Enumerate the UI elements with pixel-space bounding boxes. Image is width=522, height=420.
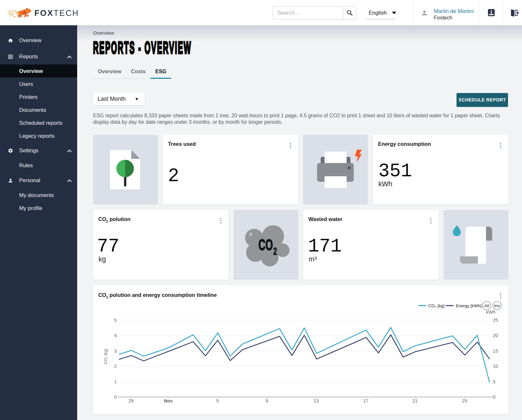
- svg-text:2: 2: [114, 364, 117, 369]
- svg-text:Nov: Nov: [164, 398, 172, 403]
- svg-text:9: 9: [266, 398, 268, 403]
- svg-text:Energy [kWh]: Energy [kWh]: [456, 303, 481, 308]
- svg-text:CO: CO: [258, 236, 273, 253]
- svg-text:4: 4: [114, 333, 117, 338]
- svg-text:17: 17: [363, 398, 368, 403]
- svg-text:Inv: Inv: [494, 303, 500, 308]
- svg-text:CO₂ [kg]: CO₂ [kg]: [428, 303, 445, 308]
- svg-text:5: 5: [493, 379, 495, 384]
- svg-text:0: 0: [114, 394, 117, 400]
- svg-text:2: 2: [273, 245, 277, 257]
- svg-text:5: 5: [114, 318, 117, 323]
- svg-text:3: 3: [114, 348, 117, 354]
- svg-text:15: 15: [493, 348, 498, 354]
- svg-text:21: 21: [412, 398, 418, 403]
- svg-text:0: 0: [493, 394, 495, 400]
- svg-text:13: 13: [314, 398, 319, 403]
- svg-text:1: 1: [114, 379, 117, 384]
- svg-text:CO₂ [kg]: CO₂ [kg]: [103, 349, 108, 364]
- svg-text:kWh: kWh: [486, 309, 495, 315]
- svg-text:25: 25: [493, 318, 498, 323]
- svg-text:25: 25: [462, 398, 467, 403]
- svg-text:10: 10: [493, 364, 498, 369]
- svg-text:29: 29: [128, 398, 134, 403]
- svg-text:5: 5: [216, 398, 219, 403]
- svg-text:All: All: [484, 303, 489, 308]
- svg-text:20: 20: [493, 333, 498, 338]
